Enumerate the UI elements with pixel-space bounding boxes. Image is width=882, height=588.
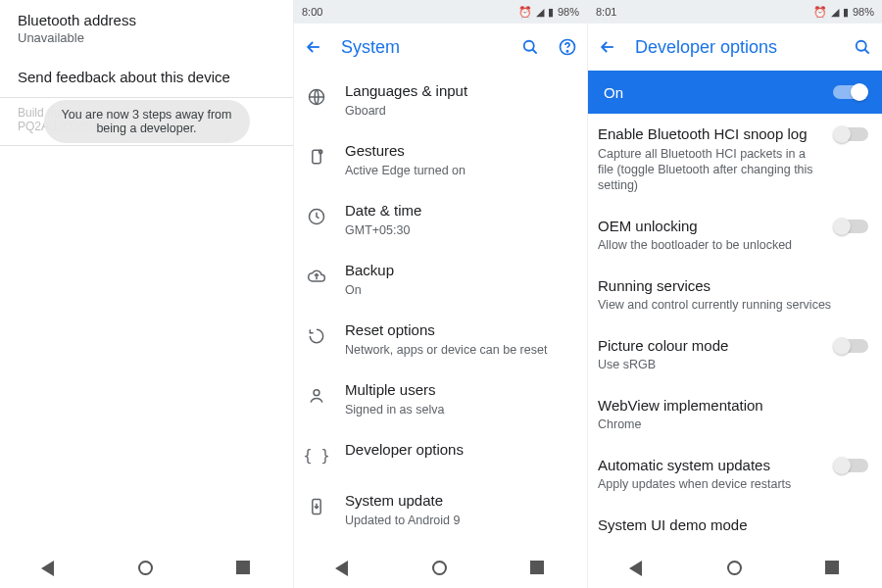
colour-switch[interactable]	[835, 339, 868, 353]
system-settings-panel: 8:00 ⏰ ◢ ▮ 98% System Languages & inputG…	[294, 0, 588, 588]
row-title: System UI demo mode	[598, 516, 868, 535]
back-nav-icon[interactable]	[41, 561, 57, 576]
home-nav-icon[interactable]	[727, 561, 743, 576]
back-icon[interactable]	[598, 37, 617, 57]
row-sub: GMT+05:30	[345, 222, 573, 238]
nav-bar	[0, 549, 293, 588]
battery-icon: ▮	[843, 6, 849, 19]
webview-row[interactable]: WebView implementationChrome	[588, 385, 882, 445]
header-title: System	[341, 37, 503, 58]
row-sub: Apply updates when device restarts	[598, 476, 819, 492]
alarm-icon: ⏰	[518, 6, 532, 19]
backup-row[interactable]: BackupOn	[294, 250, 587, 310]
recents-nav-icon[interactable]	[530, 561, 546, 576]
master-switch[interactable]	[833, 85, 866, 99]
developer-master-toggle[interactable]: On	[588, 71, 882, 114]
row-sub: On	[345, 282, 573, 298]
oem-unlock-row[interactable]: OEM unlockingAllow the bootloader to be …	[588, 206, 882, 266]
battery-icon: ▮	[548, 6, 554, 19]
back-nav-icon[interactable]	[629, 561, 645, 576]
row-sub: Gboard	[345, 103, 573, 119]
row-title: Running services	[598, 277, 868, 296]
recents-nav-icon[interactable]	[236, 561, 252, 576]
gestures-icon	[304, 144, 329, 170]
svg-point-9	[857, 41, 866, 51]
row-title: Multiple users	[345, 381, 573, 400]
system-list: Languages & inputGboard GesturesActive E…	[294, 71, 587, 549]
row-title: Date & time	[345, 202, 573, 220]
row-sub: Active Edge turned on	[345, 163, 573, 178]
divider	[0, 145, 293, 146]
row-sub: Allow the bootloader to be unlocked	[598, 237, 819, 253]
nav-bar	[294, 549, 587, 588]
bt-addr-title: Bluetooth address	[18, 12, 275, 28]
search-icon[interactable]	[853, 37, 872, 57]
oem-switch[interactable]	[835, 220, 868, 233]
row-title: System update	[345, 492, 573, 511]
about-phone-panel: Bluetooth address Unavailable Send feedb…	[0, 0, 294, 588]
hci-switch[interactable]	[835, 127, 868, 141]
languages-row[interactable]: Languages & inputGboard	[294, 71, 587, 130]
braces-icon: { }	[304, 443, 329, 468]
reset-row[interactable]: Reset optionsNetwork, apps or device can…	[294, 310, 587, 369]
home-nav-icon[interactable]	[432, 561, 448, 576]
row-sub: Updated to Android 9	[345, 513, 573, 528]
update-icon	[304, 494, 329, 519]
status-bar: 8:00 ⏰ ◢ ▮ 98%	[294, 0, 587, 24]
system-update-row[interactable]: System updateUpdated to Android 9	[294, 480, 587, 540]
running-services-row[interactable]: Running servicesView and control current…	[588, 266, 882, 325]
on-label: On	[604, 84, 833, 101]
users-row[interactable]: Multiple usersSigned in as selva	[294, 369, 587, 429]
signal-icon: ◢	[831, 6, 839, 19]
back-icon[interactable]	[304, 37, 323, 57]
row-title: Picture colour mode	[598, 337, 819, 356]
reset-icon	[304, 323, 329, 349]
row-title: Automatic system updates	[598, 457, 819, 475]
globe-icon	[304, 84, 329, 110]
row-title: Enable Bluetooth HCI snoop log	[598, 125, 819, 144]
search-icon[interactable]	[520, 37, 540, 57]
row-sub: View and control currently running servi…	[598, 297, 868, 313]
picture-colour-row[interactable]: Picture colour modeUse sRGB	[588, 325, 882, 385]
row-sub: Use sRGB	[598, 357, 819, 372]
app-header: System	[294, 24, 587, 71]
recents-nav-icon[interactable]	[825, 561, 841, 576]
gestures-row[interactable]: GesturesActive Edge turned on	[294, 130, 587, 190]
developer-list: Enable Bluetooth HCI snoop logCapture al…	[588, 114, 882, 549]
header-title: Developer options	[635, 37, 835, 58]
help-icon[interactable]	[558, 37, 577, 57]
home-nav-icon[interactable]	[138, 561, 154, 576]
developer-options-panel: 8:01 ⏰ ◢ ▮ 98% Developer options On Enab…	[588, 0, 882, 588]
back-nav-icon[interactable]	[335, 561, 351, 576]
row-sub: Chrome	[598, 416, 868, 432]
row-title: Backup	[345, 262, 573, 280]
feedback-title: Send feedback about this device	[18, 69, 275, 85]
auto-update-row[interactable]: Automatic system updatesApply updates wh…	[588, 445, 882, 505]
row-title: Reset options	[345, 321, 573, 340]
row-title: Developer options	[345, 441, 573, 460]
status-time: 8:00	[302, 6, 322, 18]
row-title: Languages & input	[345, 82, 573, 101]
developer-toast: You are now 3 steps away from being a de…	[44, 100, 250, 143]
svg-point-0	[524, 41, 534, 51]
svg-point-2	[566, 51, 567, 52]
datetime-row[interactable]: Date & timeGMT+05:30	[294, 190, 587, 250]
battery-percent: 98%	[853, 6, 874, 18]
bluetooth-address-row[interactable]: Bluetooth address Unavailable	[0, 0, 293, 57]
status-bar: 8:01 ⏰ ◢ ▮ 98%	[588, 0, 882, 24]
alarm-icon: ⏰	[813, 6, 827, 19]
hci-snoop-row[interactable]: Enable Bluetooth HCI snoop logCapture al…	[588, 114, 882, 206]
nav-bar	[588, 549, 882, 588]
bt-addr-sub: Unavailable	[18, 30, 275, 45]
row-sub: Signed in as selva	[345, 402, 573, 417]
developer-options-row[interactable]: { } Developer options	[294, 429, 587, 480]
user-icon	[304, 383, 329, 409]
battery-percent: 98%	[558, 6, 579, 18]
autoupdate-switch[interactable]	[835, 459, 868, 472]
send-feedback-row[interactable]: Send feedback about this device	[0, 57, 293, 97]
status-time: 8:01	[596, 6, 616, 18]
app-header: Developer options	[588, 24, 882, 71]
row-title: OEM unlocking	[598, 218, 819, 236]
row-sub: Capture all Bluetooth HCI packets in a f…	[598, 146, 819, 194]
demo-mode-row[interactable]: System UI demo mode	[588, 505, 882, 547]
